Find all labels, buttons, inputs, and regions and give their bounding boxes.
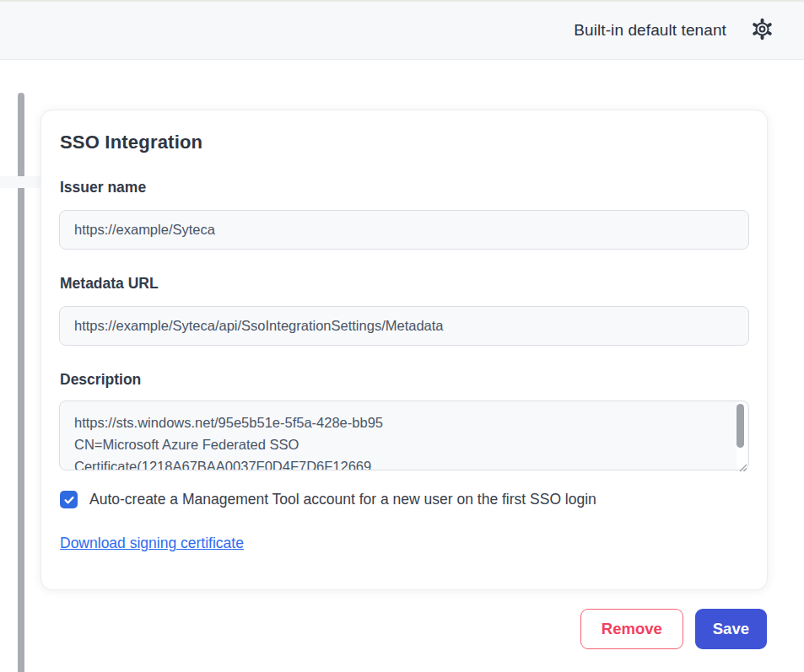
save-button[interactable]: Save (695, 609, 767, 649)
textarea-resize-grip[interactable] (739, 460, 747, 469)
action-buttons: Remove Save (580, 609, 767, 649)
remove-button[interactable]: Remove (580, 609, 683, 649)
issuer-name-label: Issuer name (60, 179, 749, 196)
main-content: SSO Integration Issuer name Metadata URL… (0, 60, 804, 672)
top-bar: Built-in default tenant (0, 0, 804, 60)
gear-icon (751, 18, 774, 43)
textarea-scrollbar-track[interactable] (737, 402, 747, 469)
metadata-url-label: Metadata URL (60, 275, 749, 293)
autocreate-checkbox-row[interactable]: Auto-create a Management Tool account fo… (60, 491, 749, 508)
autocreate-checkbox-label: Auto-create a Management Tool account fo… (89, 491, 596, 508)
description-field-wrap: https://sts.windows.net/95e5b51e-5f5a-42… (59, 401, 749, 470)
tenant-name-label: Built-in default tenant (574, 21, 726, 40)
download-signing-certificate-link[interactable]: Download signing certificate (60, 535, 244, 552)
metadata-url-input[interactable] (59, 306, 749, 346)
page-title: SSO Integration (60, 132, 749, 153)
issuer-name-input[interactable] (59, 210, 749, 250)
sso-integration-card: SSO Integration Issuer name Metadata URL… (40, 110, 768, 590)
description-label: Description (60, 371, 749, 389)
textarea-scrollbar-thumb[interactable] (737, 404, 744, 448)
settings-button[interactable] (749, 18, 774, 43)
left-panel-sliver (0, 176, 40, 188)
autocreate-checkbox[interactable] (60, 491, 78, 508)
description-textarea[interactable]: https://sts.windows.net/95e5b51e-5f5a-42… (59, 401, 749, 470)
